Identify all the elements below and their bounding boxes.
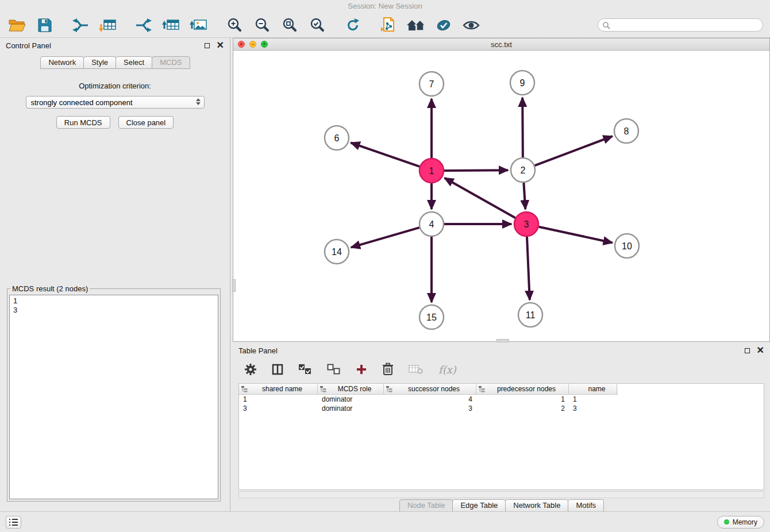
column-header-predecessor-nodes[interactable]: predecessor nodes bbox=[476, 384, 569, 394]
graph-edge-4-14[interactable] bbox=[351, 228, 419, 248]
table-horizontal-scrollbar[interactable] bbox=[238, 491, 764, 498]
float-table-panel-icon[interactable] bbox=[745, 348, 750, 353]
graph-node-2[interactable]: 2 bbox=[511, 158, 535, 182]
mcds-result-list[interactable]: 13 bbox=[9, 295, 218, 499]
table-row[interactable]: 3dominator323 bbox=[239, 404, 618, 413]
tab-network[interactable]: Network bbox=[40, 56, 84, 69]
show-columns-button[interactable] bbox=[272, 364, 283, 375]
network-window-titlebar[interactable]: × − + scc.txt bbox=[233, 38, 769, 51]
graph-edge-3-10[interactable] bbox=[539, 227, 613, 243]
export-network-button[interactable] bbox=[133, 15, 154, 36]
apply-layout-button[interactable] bbox=[342, 15, 363, 36]
open-button[interactable] bbox=[7, 15, 28, 36]
graph-node-11[interactable]: 11 bbox=[518, 303, 542, 327]
table-cell[interactable]: 3 bbox=[239, 404, 318, 413]
style-check-button[interactable] bbox=[433, 15, 454, 36]
minimize-window-icon[interactable]: − bbox=[249, 41, 256, 48]
graph-node-7[interactable]: 7 bbox=[419, 72, 444, 96]
tab-motifs[interactable]: Motifs bbox=[568, 499, 604, 512]
select-all-columns-button[interactable] bbox=[298, 364, 312, 375]
task-history-button[interactable] bbox=[6, 516, 21, 529]
close-panel-icon[interactable]: ✕ bbox=[217, 42, 224, 49]
search-field-wrap bbox=[598, 18, 763, 32]
add-column-button[interactable] bbox=[356, 364, 367, 375]
first-neighbors-button[interactable] bbox=[406, 15, 426, 36]
export-table-button[interactable] bbox=[161, 15, 182, 36]
zoom-in-button[interactable] bbox=[224, 15, 245, 36]
network-file-button[interactable] bbox=[378, 15, 399, 36]
tab-network-table[interactable]: Network Table bbox=[505, 499, 568, 512]
show-hide-button[interactable] bbox=[461, 15, 482, 36]
graph-edge-1-2[interactable] bbox=[444, 170, 508, 171]
open-folder-icon bbox=[8, 18, 26, 33]
function-builder-button[interactable]: f(x) bbox=[438, 364, 456, 376]
control-panel: Control Panel ✕ Network Style Select MCD… bbox=[0, 38, 230, 511]
splitter-handle-horizontal[interactable] bbox=[496, 339, 509, 342]
svg-text:14: 14 bbox=[332, 247, 342, 257]
window-traffic-lights: × − + bbox=[238, 41, 268, 48]
float-panel-icon[interactable] bbox=[205, 43, 210, 48]
delete-table-button[interactable] bbox=[409, 364, 424, 375]
graph-edge-1-6[interactable] bbox=[351, 143, 420, 167]
network-graph[interactable]: 7968124314101511 bbox=[233, 51, 769, 341]
splitter-handle-vertical[interactable] bbox=[232, 279, 236, 292]
criterion-select[interactable]: strongly connected component bbox=[26, 96, 205, 109]
zoom-selected-button[interactable] bbox=[307, 15, 328, 36]
tab-mcds[interactable]: MCDS bbox=[152, 56, 190, 69]
import-table-button[interactable] bbox=[98, 15, 118, 36]
table-cell[interactable]: 3 bbox=[569, 404, 617, 413]
table-cell[interactable]: dominator bbox=[318, 395, 384, 404]
svg-text:15: 15 bbox=[426, 313, 437, 322]
graph-node-6[interactable]: 6 bbox=[325, 126, 349, 150]
close-table-panel-icon[interactable]: ✕ bbox=[757, 347, 764, 354]
zoom-window-icon[interactable]: + bbox=[261, 41, 268, 48]
import-network-button[interactable] bbox=[70, 15, 91, 36]
graph-edge-3-1[interactable] bbox=[445, 178, 515, 218]
memory-button[interactable]: Memory bbox=[717, 516, 764, 529]
column-header-mcds-role[interactable]: MCDS role bbox=[318, 384, 384, 394]
zoom-fit-icon bbox=[282, 17, 298, 33]
table-cell[interactable]: dominator bbox=[318, 404, 384, 413]
column-header-shared-name[interactable]: shared name bbox=[239, 384, 318, 394]
graph-node-8[interactable]: 8 bbox=[614, 119, 638, 143]
graph-edge-2-3[interactable] bbox=[523, 183, 525, 209]
close-window-icon[interactable]: × bbox=[238, 41, 245, 48]
search-input[interactable] bbox=[598, 18, 763, 32]
graph-node-14[interactable]: 14 bbox=[325, 240, 349, 264]
graph-node-15[interactable]: 15 bbox=[419, 305, 444, 329]
graph-edge-2-9[interactable] bbox=[522, 98, 523, 157]
graph-node-3[interactable]: 3 bbox=[514, 212, 538, 236]
graph-node-1[interactable]: 1 bbox=[419, 159, 444, 183]
column-header-name[interactable]: name bbox=[569, 384, 617, 394]
save-button[interactable] bbox=[34, 15, 55, 36]
graph-edge-3-11[interactable] bbox=[527, 237, 530, 300]
graph-node-10[interactable]: 10 bbox=[615, 234, 639, 258]
graph-edge-2-8[interactable] bbox=[535, 136, 613, 165]
zoom-out-button[interactable] bbox=[252, 15, 272, 36]
unselect-all-columns-button[interactable] bbox=[327, 364, 341, 375]
graph-node-4[interactable]: 4 bbox=[419, 212, 444, 236]
column-header-successor-nodes[interactable]: successor nodes bbox=[384, 384, 476, 394]
table-cell[interactable]: 2 bbox=[476, 404, 569, 413]
export-image-button[interactable] bbox=[188, 15, 209, 36]
table-settings-button[interactable] bbox=[244, 363, 257, 376]
tab-edge-table[interactable]: Edge Table bbox=[452, 499, 506, 512]
optimization-criterion-label: Optimization criterion: bbox=[0, 82, 230, 90]
table-cell[interactable]: 1 bbox=[476, 395, 569, 404]
tab-select[interactable]: Select bbox=[116, 56, 152, 69]
table-cell[interactable]: 1 bbox=[569, 395, 617, 404]
network-canvas[interactable]: 7968124314101511 bbox=[233, 51, 769, 341]
zoom-fit-button[interactable] bbox=[279, 15, 300, 36]
column-label: successor nodes bbox=[408, 385, 460, 393]
graph-node-9[interactable]: 9 bbox=[510, 71, 534, 95]
table-cell[interactable]: 4 bbox=[384, 395, 476, 404]
table-cell[interactable]: 1 bbox=[239, 395, 318, 404]
run-mcds-button[interactable]: Run MCDS bbox=[56, 116, 110, 129]
table-cell[interactable]: 3 bbox=[384, 404, 476, 413]
tab-node-table[interactable]: Node Table bbox=[399, 499, 453, 512]
tab-style[interactable]: Style bbox=[83, 56, 116, 69]
close-panel-button[interactable]: Close panel bbox=[118, 116, 174, 129]
delete-column-button[interactable] bbox=[382, 363, 394, 376]
table-row[interactable]: 1dominator411 bbox=[239, 395, 618, 404]
gear-icon bbox=[244, 363, 257, 376]
